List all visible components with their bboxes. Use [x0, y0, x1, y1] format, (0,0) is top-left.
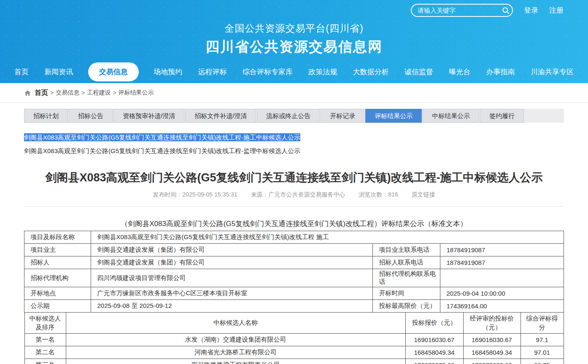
source: 来源：广元市公共资源交易服务中心 — [251, 191, 345, 198]
candidate-name: 水发（湖南）交通建设集团有限公司 — [66, 334, 405, 346]
list-item: 剑阁县X083高观至剑门关公路(G5复线剑门关互通连接线至剑门关镇)改线工程-施… — [24, 133, 564, 141]
nav-item-exposure[interactable]: 曝光台 — [448, 63, 471, 81]
tab-opening-record[interactable]: 开标记录 — [321, 109, 364, 123]
divider — [24, 206, 564, 207]
candidates-table: 中标候选人及排序 中标候选人名称 投标报价（元） 经评审的投标价（元） 综合评标… — [24, 312, 564, 364]
column-header-evaluated-bid: 经评审的投标价（元） — [463, 313, 521, 334]
breadcrumb: 首页 > 交易信息 > 工程建设 > 评标结果公示 — [24, 83, 564, 102]
table-row: 项目及标段名称 剑阁县X083高观至剑门关公路(G5复线剑门关互通连接线至剑门关… — [24, 231, 564, 244]
field-label: 项目及标段名称 — [24, 231, 91, 244]
candidate-score: 96.75 — [521, 359, 564, 364]
field-label: 招标代理机构联系电话 — [373, 269, 440, 287]
field-value: 剑阁县交通建设发展（集团）有限公司 — [91, 244, 373, 256]
nav-item-expert-pool[interactable]: 综合评标专家库 — [242, 63, 294, 81]
tab-bidding-plan[interactable]: 招标计划 — [24, 109, 68, 123]
document-subtitle: （剑阁县X083高观至剑门关公路(G5复线剑门关互通连接线至剑门关镇)改线工程）… — [24, 219, 564, 229]
publish-time: 发布时间：2025-09-05 15:35:31 — [153, 191, 237, 198]
nav-item-news[interactable]: 新闻资讯 — [43, 63, 74, 81]
breadcrumb-bar: 首页 > 交易信息 > 工程建设 > 评标结果公示 — [0, 83, 588, 103]
field-value: 2025-09-08 至 2025-09-12 — [91, 300, 373, 313]
candidate-rank: 第一名 — [24, 334, 66, 346]
field-value: 2025-09-04 10:00:00 — [440, 287, 564, 300]
header-top-bar: 登录 注册 — [0, 0, 588, 17]
breadcrumb-item-evaluation-result[interactable]: 评标结果公示 — [119, 89, 154, 97]
nav-item-policy[interactable]: 政策法规 — [307, 63, 338, 81]
candidate-rank: 第三名 — [24, 359, 66, 364]
category-tabs: 招标计划 招标公告 资格预审补遗/澄清 招标文件补遗/澄清 流标或终止公告 开标… — [24, 109, 564, 123]
table-row: 项目业主 剑阁县交通建设发展（集团）有限公司 项目业主联系电话 18784919… — [24, 244, 564, 256]
candidate-bid: 170079682.60 — [405, 359, 463, 364]
table-row: 第三名 四川路桥桥梁工程有限责任公司 170079682.60 17007968… — [24, 359, 564, 364]
table-row: 招标人 剑阁县交通建设发展（集团）有限公司 招标人联系电话 1878491908… — [24, 256, 564, 269]
breadcrumb-separator: > — [50, 89, 54, 96]
page-title: 剑阁县X083高观至剑门关公路(G5复线剑门关互通连接线至剑门关镇)改线工程-施… — [24, 170, 564, 185]
tab-tender-doc-supplement[interactable]: 招标文件补遗/澄清 — [185, 109, 256, 123]
nav-item-home[interactable]: 首页 — [13, 63, 30, 81]
column-header-rank: 中标候选人及排序 — [24, 313, 66, 334]
register-link[interactable]: 注册 — [549, 5, 564, 15]
candidate-evaluated-bid: 170079682.60 — [463, 359, 521, 364]
field-label: 开标地点 — [24, 287, 91, 300]
field-label: 招标人联系电话 — [373, 256, 440, 269]
field-value — [440, 269, 564, 287]
field-value: 174369164.00 — [440, 300, 564, 313]
tab-failure-termination[interactable]: 流标或终止公告 — [257, 109, 320, 123]
nav-item-integrity[interactable]: 诚信监督 — [404, 63, 434, 81]
login-link[interactable]: 登录 — [524, 5, 538, 15]
column-header-bid: 投标报价（元） — [405, 313, 463, 334]
candidate-name: 四川路桥桥梁工程有限责任公司 — [66, 359, 405, 364]
column-header-score: 综合评标得分 — [521, 313, 564, 334]
candidate-bid: 169016030.67 — [405, 334, 463, 346]
search-icon[interactable] — [502, 6, 510, 15]
site-title: 四川省公共资源交易信息网 — [0, 38, 588, 57]
column-header-name: 中标候选人名称 — [66, 313, 405, 334]
notice-link-supervision[interactable]: 剑阁县X083高观至剑门关公路(G5复线剑门关互通连接线至剑门关镇)改线工程-监… — [24, 147, 300, 155]
field-label: 项目业主联系电话 — [373, 244, 440, 256]
field-value: 剑阁县交通建设发展（集团）有限公司 — [91, 256, 373, 269]
field-value: 四川鸿颉建设项目管理有限公司 — [91, 269, 373, 287]
candidate-score: 97.1 — [521, 334, 564, 346]
field-label: 项目业主 — [24, 244, 91, 256]
site-titles: 全国公共资源交易平台(四川省) 四川省公共资源交易信息网 — [0, 22, 588, 57]
field-value: 18784919087 — [440, 256, 564, 269]
table-row: 第二名 河南省光大路桥工程有限公司 168458049.34 168458049… — [24, 346, 564, 359]
nav-item-trade-info[interactable]: 交易信息 — [88, 62, 139, 81]
breadcrumb-separator: > — [113, 89, 116, 96]
nav-item-service-guide[interactable]: 办事指南 — [486, 63, 516, 81]
tab-evaluation-result[interactable]: 评标结果公示 — [365, 109, 422, 123]
original-link[interactable]: 原文链接 — [412, 191, 435, 198]
search-box[interactable] — [411, 4, 513, 17]
tab-contract-performance[interactable]: 签约履行 — [480, 109, 524, 123]
breadcrumb-item-engineering[interactable]: 工程建设 — [87, 89, 111, 97]
platform-title: 全国公共资源交易平台(四川省) — [0, 22, 588, 35]
nav-item-chuanyu-zone[interactable]: 川渝共享专区 — [530, 63, 575, 81]
field-label: 投标最高限价（元） — [373, 300, 440, 313]
tab-award-result[interactable]: 中标结果公示 — [423, 109, 479, 123]
notice-list: 剑阁县X083高观至剑门关公路(G5复线剑门关互通连接线至剑门关镇)改线工程-施… — [24, 133, 564, 155]
site-header: 登录 注册 全国公共资源交易平台(四川省) 四川省公共资源交易信息网 首页 新闻… — [0, 0, 588, 83]
list-item: 剑阁县X083高观至剑门关公路(G5复线剑门关互通连接线至剑门关镇)改线工程-监… — [24, 147, 564, 155]
field-label: 招标代理机构 — [24, 269, 91, 287]
breadcrumb-home[interactable]: 首页 — [35, 89, 48, 97]
table-header-row: 中标候选人及排序 中标候选人名称 投标报价（元） 经评审的投标价（元） 综合评标… — [24, 313, 564, 334]
breadcrumb-separator: > — [81, 89, 85, 96]
notice-link-construction[interactable]: 剑阁县X083高观至剑门关公路(G5复线剑门关互通连接线至剑门关镇)改线工程-施… — [24, 133, 300, 141]
field-label: 招标人 — [24, 256, 91, 269]
field-value: 广元市万缘新区市政务服务中心C区三楼本项目开标室 — [91, 287, 373, 300]
candidate-evaluated-bid: 169016030.67 — [463, 334, 521, 346]
search-input[interactable] — [418, 7, 502, 14]
table-row: 公示期 2025-09-08 至 2025-09-12 投标最高限价（元） 17… — [24, 300, 564, 313]
candidate-evaluated-bid: 168458049.34 — [463, 346, 521, 359]
tab-prequalification-supplement[interactable]: 资格预审补遗/澄清 — [113, 109, 184, 123]
nav-item-remote-evaluation[interactable]: 远程评标 — [197, 63, 227, 81]
nav-item-big-data[interactable]: 大数据分析 — [352, 63, 390, 81]
table-row: 第一名 水发（湖南）交通建设集团有限公司 169016030.67 169016… — [24, 334, 564, 346]
field-value: 18784919087 — [440, 244, 564, 256]
nav-item-venue-booking[interactable]: 场地预约 — [153, 63, 183, 81]
candidate-score: 97.01 — [521, 346, 564, 359]
table-row: 开标地点 广元市万缘新区市政务服务中心C区三楼本项目开标室 开标时间 2025-… — [24, 287, 564, 300]
tab-tender-notice[interactable]: 招标公告 — [69, 109, 113, 123]
candidate-rank: 第二名 — [24, 346, 66, 359]
breadcrumb-item-trade-info[interactable]: 交易信息 — [56, 89, 79, 97]
home-icon — [24, 89, 31, 97]
